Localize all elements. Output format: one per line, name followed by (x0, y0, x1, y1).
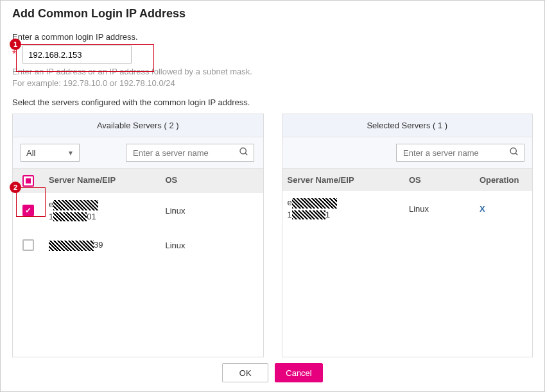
select-all-checkbox[interactable] (22, 175, 34, 187)
table-row: 39 Linux (13, 228, 263, 262)
selected-col-name: Server Name/EIP (282, 169, 404, 191)
ip-helper-text: Enter an IP address or an IP address fol… (12, 66, 533, 89)
available-toolbar: All ▼ (13, 137, 263, 169)
callout-badge-2: 2 (10, 182, 21, 193)
cancel-button[interactable]: Cancel (275, 363, 322, 382)
row-eip-suffix: 1 (325, 210, 330, 219)
table-row: e 101 Linux (13, 193, 263, 228)
helper-line-2: For example: 192.78.10.0 or 192.78.10.0/… (12, 78, 533, 89)
selected-toolbar (282, 137, 533, 169)
selected-panel-title: Selected Servers ( 1 ) (282, 114, 533, 137)
obfuscated-name (292, 198, 337, 209)
dialog-footer: OK Cancel (1, 363, 544, 382)
row-checkbox[interactable] (22, 239, 34, 251)
selected-col-os: OS (404, 169, 474, 191)
obfuscated-eip (53, 212, 87, 221)
selected-search-input[interactable] (396, 144, 524, 162)
callout-badge-1: 1 (10, 38, 21, 50)
available-search-input[interactable] (126, 144, 254, 162)
add-common-login-ip-dialog: 1 2 Add Common Login IP Address Enter a … (0, 0, 545, 392)
available-panel-title: Available Servers ( 2 ) (13, 114, 263, 137)
row-name-prefix: e (49, 200, 53, 209)
row-eip-prefix: 1 (49, 212, 53, 221)
obfuscated-name (49, 241, 94, 251)
available-col-os: OS (160, 169, 263, 193)
row-os: Linux (160, 234, 263, 257)
row-os: Linux (404, 198, 474, 220)
os-filter-label: All (26, 148, 35, 158)
server-instruction: Select the servers configured with the c… (12, 98, 533, 107)
ip-input-row: * (12, 46, 533, 64)
available-col-name: Server Name/EIP (44, 169, 160, 193)
dialog-title: Add Common Login IP Address (12, 7, 533, 21)
available-table-head: Server Name/EIP OS (13, 169, 263, 193)
row-eip-suffix: 39 (94, 240, 103, 250)
selected-rows: e 11 Linux X (282, 191, 533, 357)
obfuscated-eip (292, 210, 325, 219)
selected-servers-panel: Selected Servers ( 1 ) Server Name/EIP O… (282, 114, 533, 357)
available-rows: e 101 Linux 39 Linux (13, 193, 263, 357)
selected-search-wrap (396, 144, 524, 162)
row-eip-suffix: 01 (87, 212, 96, 221)
remove-server-button[interactable]: X (480, 204, 485, 214)
os-filter-dropdown[interactable]: All ▼ (21, 144, 80, 162)
helper-line-1: Enter an IP address or an IP address fol… (12, 66, 533, 78)
row-checkbox[interactable] (22, 205, 34, 216)
ok-button[interactable]: OK (222, 363, 268, 382)
ip-address-input[interactable] (22, 46, 132, 64)
ip-instruction: Enter a common login IP address. (12, 32, 533, 42)
row-eip-prefix: 1 (288, 210, 292, 219)
row-name-prefix: e (288, 198, 292, 207)
selected-table-head: Server Name/EIP OS Operation (282, 169, 533, 191)
chevron-down-icon: ▼ (67, 149, 74, 157)
server-panels: Available Servers ( 2 ) All ▼ Server Nam (12, 114, 533, 357)
selected-col-op: Operation (474, 169, 532, 191)
available-search-wrap (126, 144, 254, 162)
obfuscated-name (53, 200, 98, 210)
available-servers-panel: Available Servers ( 2 ) All ▼ Server Nam (12, 114, 264, 357)
row-os: Linux (160, 200, 263, 222)
table-row: e 11 Linux X (282, 191, 533, 226)
